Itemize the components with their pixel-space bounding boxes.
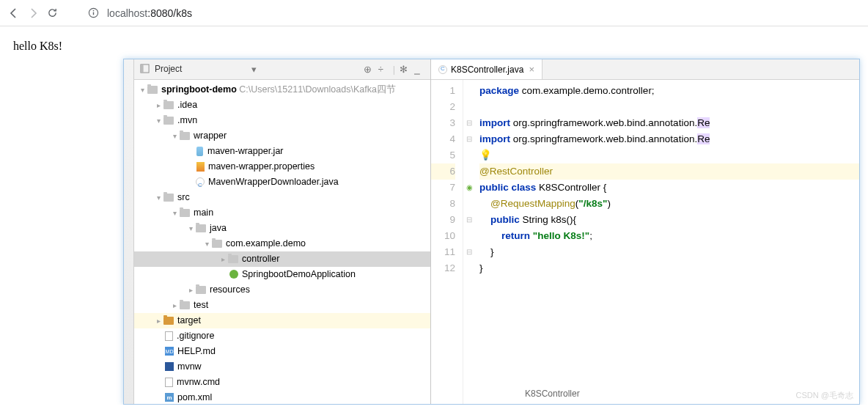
ide-left-strip[interactable] — [124, 59, 134, 404]
chevron-right-icon[interactable]: ▸ — [155, 98, 162, 113]
folder-icon — [180, 301, 190, 309]
svg-point-2 — [92, 10, 94, 12]
tree-item[interactable]: mvnw.cmd — [177, 375, 220, 390]
tree-item[interactable]: pom.xml — [177, 390, 212, 404]
tree-item[interactable]: SpringbootDemoApplication — [242, 267, 356, 282]
forward-icon[interactable] — [26, 7, 40, 20]
line-number: 1 — [431, 83, 455, 99]
maven-icon: m — [165, 393, 174, 402]
tree-item[interactable]: resources — [210, 282, 250, 298]
chevron-down-icon[interactable]: ▾ — [171, 128, 178, 144]
folder-icon — [180, 132, 190, 140]
url-host: localhost — [107, 7, 147, 19]
folder-icon — [228, 255, 238, 263]
file-icon — [165, 378, 173, 387]
project-header: Project ▾ ⊕ ÷ | ✻ ⎯ — [134, 59, 430, 80]
line-number: 11 — [431, 244, 455, 260]
tree-item-selected[interactable]: controller — [242, 251, 279, 267]
chevron-down-icon[interactable]: ▾ — [155, 113, 162, 128]
tree-item[interactable]: java — [210, 221, 227, 236]
folder-icon — [212, 240, 222, 248]
spring-icon — [229, 270, 238, 279]
folder-icon — [180, 209, 190, 217]
tree-item[interactable]: main — [194, 205, 213, 221]
script-icon — [165, 362, 174, 371]
info-icon[interactable] — [87, 7, 100, 20]
jar-icon — [196, 147, 203, 156]
line-number: 3 — [431, 115, 455, 131]
editor-tabs: K8SController.java × — [431, 59, 859, 80]
properties-icon — [196, 162, 205, 172]
folder-icon — [163, 117, 174, 125]
reload-icon[interactable] — [45, 7, 59, 20]
project-tree[interactable]: ▾springboot-demo C:\Users\15211\Download… — [134, 80, 430, 404]
root-path: C:\Users\15211\Downloads\Kafka四节 — [239, 82, 396, 98]
line-number: 5 — [431, 147, 455, 163]
tree-item[interactable]: .gitignore — [177, 328, 214, 344]
back-icon[interactable] — [7, 7, 21, 20]
line-number: 6 — [431, 163, 455, 180]
folder-icon — [163, 101, 174, 109]
target-icon[interactable]: ⊕ — [364, 64, 374, 74]
folder-icon — [147, 86, 158, 94]
gear-icon[interactable]: ✻ — [400, 64, 410, 74]
line-number: 12 — [431, 260, 455, 276]
breadcrumb[interactable]: K8SController — [525, 386, 580, 402]
browser-toolbar: localhost:8080/k8s — [0, 0, 868, 26]
tree-item[interactable]: target — [177, 313, 201, 328]
page-body-text: hello K8s! — [0, 26, 868, 59]
line-gutter: 1 2 3 4 5 6 7 8 9 10 11 12 — [431, 80, 463, 404]
java-class-icon — [196, 177, 205, 186]
tree-item[interactable]: .idea — [177, 98, 197, 113]
bulb-icon[interactable]: 💡 — [479, 150, 492, 161]
chevron-right-icon[interactable]: ▸ — [219, 251, 227, 267]
watermark: CSDN @毛奇志 — [796, 390, 853, 401]
close-icon[interactable]: × — [529, 64, 534, 75]
folder-icon — [196, 286, 206, 294]
tree-item[interactable]: .mvn — [177, 113, 197, 128]
chevron-right-icon[interactable]: ▸ — [155, 313, 162, 328]
root-name[interactable]: springboot-demo — [161, 82, 237, 98]
chevron-right-icon[interactable]: ▸ — [187, 282, 194, 298]
chevron-right-icon[interactable]: ▸ — [171, 298, 178, 313]
folder-icon — [163, 194, 174, 202]
folder-icon — [196, 224, 206, 232]
folder-icon — [163, 317, 174, 325]
tree-item[interactable]: wrapper — [194, 128, 227, 144]
editor-panel: K8SController.java × 1 2 3 4 5 6 7 8 9 1… — [431, 59, 859, 404]
line-number: 8 — [431, 196, 455, 212]
ide-window: Project ▾ ⊕ ÷ | ✻ ⎯ ▾springboot-demo C:\… — [123, 59, 860, 405]
line-number: 2 — [431, 99, 455, 115]
tree-item[interactable]: maven-wrapper.properties — [208, 159, 315, 174]
svg-rect-4 — [141, 65, 144, 73]
tab-label: K8SController.java — [451, 65, 523, 75]
chevron-down-icon[interactable]: ▾ — [155, 190, 162, 205]
tree-item[interactable]: HELP.md — [177, 344, 216, 359]
java-class-icon — [438, 65, 447, 74]
line-number: 7 — [431, 180, 455, 196]
code-area[interactable]: package com.example.demo.controller; imp… — [475, 80, 859, 404]
chevron-down-icon[interactable]: ▾ — [171, 205, 178, 221]
line-number: 4 — [431, 131, 455, 147]
markdown-icon: MD — [165, 347, 174, 356]
chevron-down-icon[interactable]: ▾ — [203, 236, 210, 251]
chevron-down-icon[interactable]: ▾ — [139, 82, 146, 98]
file-icon — [165, 331, 173, 341]
tree-item[interactable]: src — [177, 190, 190, 205]
collapse-icon[interactable]: ⎯ — [414, 64, 424, 74]
editor-body: 1 2 3 4 5 6 7 8 9 10 11 12 ⊟⊟ ◉ ⊟ ⊟ — [431, 80, 859, 404]
tree-item[interactable]: MavenWrapperDownloader.java — [208, 174, 339, 190]
dropdown-icon[interactable]: ▾ — [251, 64, 262, 74]
divide-icon[interactable]: ÷ — [378, 64, 389, 74]
editor-tab[interactable]: K8SController.java × — [431, 59, 542, 79]
line-number: 9 — [431, 212, 455, 228]
chevron-down-icon[interactable]: ▾ — [187, 221, 194, 236]
tree-item[interactable]: test — [194, 298, 208, 313]
project-icon — [140, 64, 150, 74]
tree-item[interactable]: mvnw — [177, 359, 202, 375]
tree-item[interactable]: maven-wrapper.jar — [207, 144, 284, 159]
tree-item[interactable]: com.example.demo — [226, 236, 306, 251]
fold-strip: ⊟⊟ ◉ ⊟ ⊟ — [463, 80, 475, 404]
address-bar[interactable]: localhost:8080/k8s — [79, 4, 199, 23]
project-panel: Project ▾ ⊕ ÷ | ✻ ⎯ ▾springboot-demo C:\… — [134, 59, 431, 404]
